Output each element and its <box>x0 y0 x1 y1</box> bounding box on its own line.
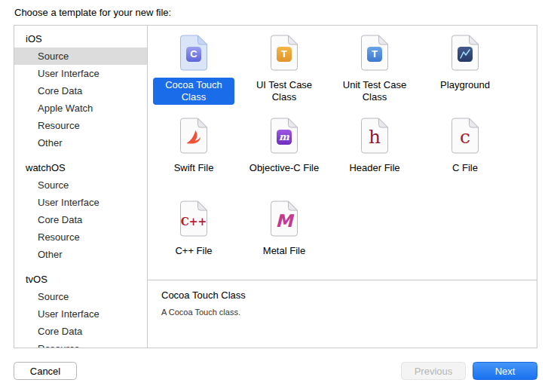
template-label: Header File <box>344 161 405 176</box>
c-file-icon: c <box>450 118 480 154</box>
sidebar-item-watchos-core-data[interactable]: Core Data <box>14 211 147 228</box>
template-unit-test-case-class[interactable]: TUnit Test Case Class <box>329 35 420 118</box>
unit-test-case-class-icon: T <box>360 35 390 71</box>
template-label: Swift File <box>169 161 219 176</box>
sidebar-item-ios-core-data[interactable]: Core Data <box>14 82 147 100</box>
dialog-title: Choose a template for your new file: <box>14 7 171 18</box>
template-label: C File <box>447 161 483 176</box>
sidebar-section-tvos: tvOS <box>14 271 147 288</box>
template-label: C++ File <box>170 243 217 259</box>
template-c-file[interactable]: C++C++ File <box>148 201 239 280</box>
template-label: Objective-C File <box>244 161 324 176</box>
previous-button[interactable]: Previous <box>401 362 466 380</box>
sidebar-item-tvos-core-data[interactable]: Core Data <box>14 323 147 340</box>
template-label: Metal File <box>258 243 311 259</box>
template-category-sidebar: iOSSourceUser InterfaceCore DataApple Wa… <box>14 26 148 348</box>
template-cocoa-touch-class[interactable]: CCocoa Touch Class <box>148 35 239 118</box>
sidebar-item-watchos-resource[interactable]: Resource <box>14 228 147 246</box>
template-swift-file[interactable]: Swift File <box>148 118 239 201</box>
objective-c-file-icon: m <box>269 118 299 154</box>
sidebar-item-ios-user-interface[interactable]: User Interface <box>14 65 147 82</box>
sidebar-section-watchos: watchOS <box>14 159 147 176</box>
template-grid: CCocoa Touch ClassTUI Test Case ClassTUn… <box>148 26 537 280</box>
metal-file-icon: M <box>269 201 299 237</box>
ui-test-case-class-icon: T <box>269 35 299 71</box>
playground-icon <box>450 35 480 71</box>
template-playground[interactable]: Playground <box>420 35 510 118</box>
swift-file-icon <box>179 118 209 154</box>
template-label: Cocoa Touch Class <box>153 78 234 105</box>
template-metal-file[interactable]: MMetal File <box>239 201 329 280</box>
template-label: Playground <box>435 78 495 93</box>
template-detail-panel: Cocoa Touch Class A Cocoa Touch class. <box>148 280 537 348</box>
next-button[interactable]: Next <box>473 362 537 380</box>
sidebar-item-ios-apple-watch[interactable]: Apple Watch <box>14 100 147 117</box>
template-header-file[interactable]: hHeader File <box>329 118 420 201</box>
template-label: UI Test Case Class <box>243 78 325 105</box>
template-label: Unit Test Case Class <box>334 78 415 105</box>
sidebar-item-ios-source[interactable]: Source <box>14 47 147 65</box>
template-objective-c-file[interactable]: mObjective-C File <box>239 118 329 201</box>
detail-description: A Cocoa Touch class. <box>161 308 523 317</box>
sidebar-item-tvos-source[interactable]: Source <box>14 288 147 305</box>
detail-title: Cocoa Touch Class <box>161 289 523 301</box>
header-file-icon: h <box>360 118 390 154</box>
dialog-footer: Cancel Previous Next <box>14 362 537 380</box>
template-chooser-panel: iOSSourceUser InterfaceCore DataApple Wa… <box>14 25 537 348</box>
cancel-button[interactable]: Cancel <box>14 362 77 380</box>
sidebar-item-tvos-user-interface[interactable]: User Interface <box>14 305 147 323</box>
sidebar-item-tvos-resource[interactable]: Resource <box>14 340 147 348</box>
sidebar-item-watchos-source[interactable]: Source <box>14 176 147 194</box>
sidebar-section-ios: iOS <box>14 30 147 47</box>
sidebar-item-watchos-other[interactable]: Other <box>14 246 147 263</box>
sidebar-item-ios-resource[interactable]: Resource <box>14 117 147 134</box>
template-main-area: CCocoa Touch ClassTUI Test Case ClassTUn… <box>148 26 537 348</box>
template-c-file[interactable]: cC File <box>420 118 510 201</box>
sidebar-item-watchos-user-interface[interactable]: User Interface <box>14 194 147 211</box>
cocoa-touch-class-icon: C <box>179 35 209 71</box>
template-ui-test-case-class[interactable]: TUI Test Case Class <box>239 35 329 118</box>
cpp-file-icon: C++ <box>179 201 209 237</box>
sidebar-item-ios-other[interactable]: Other <box>14 134 147 152</box>
